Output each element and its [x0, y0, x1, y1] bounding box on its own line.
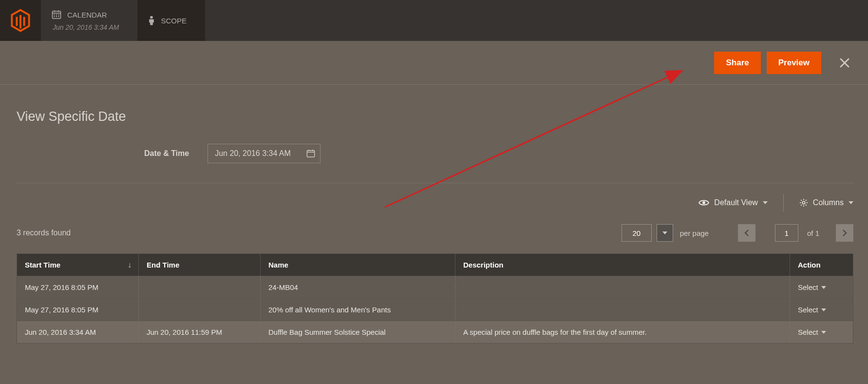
magento-logo-icon: [10, 9, 31, 32]
next-page-button[interactable]: [836, 224, 853, 242]
cell-start: May 27, 2016 8:05 PM: [17, 299, 139, 321]
cell-end: Jun 20, 2016 11:59 PM: [139, 321, 261, 344]
default-view-label: Default View: [714, 198, 758, 207]
table-row[interactable]: May 27, 2016 8:05 PM24-MB04Select: [17, 276, 853, 299]
toolbar-divider: [783, 194, 784, 211]
top-bar: CALENDAR Jun 20, 2016 3:34 AM SCOPE: [0, 0, 868, 41]
cell-start: Jun 20, 2016 3:34 AM: [17, 321, 139, 344]
svg-line-26: [801, 205, 802, 206]
cell-name: Duffle Bag Summer Solstice Special: [261, 321, 455, 344]
svg-line-25: [806, 200, 807, 201]
topbar-spacer: [205, 0, 868, 41]
cell-action: Select: [790, 321, 853, 344]
cell-action: Select: [790, 299, 853, 321]
col-header-end-time[interactable]: End Time: [139, 254, 261, 276]
svg-rect-13: [307, 151, 314, 157]
per-page-label: per page: [680, 229, 709, 237]
per-page-dropdown[interactable]: [657, 224, 673, 242]
svg-rect-4: [54, 15, 55, 16]
svg-rect-8: [56, 16, 57, 17]
cell-desc: A special price on duffle bags for the f…: [455, 321, 790, 344]
select-action[interactable]: Select: [798, 306, 826, 314]
svg-rect-5: [56, 15, 57, 16]
col-header-name[interactable]: Name: [261, 254, 455, 276]
prev-page-button[interactable]: [738, 224, 755, 242]
cell-end: [139, 299, 261, 321]
records-found-text: 3 records found: [17, 229, 71, 237]
date-time-value: Jun 20, 2016 3:34 AM: [215, 149, 291, 158]
sort-desc-icon: ↓: [128, 261, 132, 269]
date-time-input[interactable]: Jun 20, 2016 3:34 AM: [208, 144, 321, 163]
col-header-description[interactable]: Description: [455, 254, 790, 276]
chevron-down-icon: [849, 201, 853, 204]
pager: per page of 1: [622, 224, 853, 242]
grid-toolbar: Default View Columns: [17, 190, 853, 222]
chevron-down-icon: [821, 331, 826, 334]
person-icon: [148, 16, 155, 25]
chevron-right-icon: [842, 230, 847, 236]
page-total-label: of 1: [807, 229, 819, 237]
share-button[interactable]: Share: [714, 52, 760, 74]
default-view-dropdown[interactable]: Default View: [698, 198, 768, 207]
gear-icon: [799, 198, 808, 207]
table-row[interactable]: May 27, 2016 8:05 PM20% off all Women's …: [17, 299, 853, 321]
cell-desc: [455, 276, 790, 299]
svg-rect-6: [58, 15, 59, 16]
cell-name: 24-MB04: [261, 276, 455, 299]
page-input[interactable]: [775, 224, 798, 242]
cell-desc: [455, 299, 790, 321]
chevron-down-icon: [821, 286, 826, 289]
calendar-icon: [306, 149, 315, 158]
svg-line-24: [806, 205, 807, 206]
cell-name: 20% off all Women's and Men's Pants: [261, 299, 455, 321]
svg-point-17: [702, 201, 705, 204]
chevron-down-icon: [821, 308, 826, 311]
tab-calendar-subtext: Jun 20, 2016 3:34 AM: [53, 23, 119, 31]
content: View Specific Date Date & Time Jun 20, 2…: [0, 85, 868, 344]
page-title: View Specific Date: [17, 109, 853, 124]
close-icon: [839, 58, 850, 68]
cell-end: [139, 276, 261, 299]
svg-point-10: [151, 16, 153, 19]
svg-rect-9: [58, 16, 59, 17]
tab-scope[interactable]: SCOPE: [137, 0, 205, 41]
chevron-down-icon: [662, 231, 667, 234]
cell-action: Select: [790, 276, 853, 299]
magento-logo: [0, 0, 41, 41]
chevron-left-icon: [744, 230, 749, 236]
select-action[interactable]: Select: [798, 283, 826, 291]
eye-icon: [698, 199, 709, 206]
per-page-input[interactable]: [622, 224, 652, 242]
select-action[interactable]: Select: [798, 328, 826, 336]
col-header-action[interactable]: Action: [790, 254, 853, 276]
date-time-row: Date & Time Jun 20, 2016 3:34 AM: [17, 144, 853, 183]
data-grid: Start Time ↓ End Time Name Description A…: [17, 253, 853, 344]
columns-label: Columns: [813, 198, 844, 207]
chevron-down-icon: [763, 201, 768, 204]
table-row[interactable]: Jun 20, 2016 3:34 AMJun 20, 2016 11:59 P…: [17, 321, 853, 344]
svg-line-23: [801, 200, 802, 201]
tab-calendar[interactable]: CALENDAR Jun 20, 2016 3:34 AM: [41, 0, 137, 41]
header-bar: Share Preview: [0, 41, 868, 85]
col-header-start-time[interactable]: Start Time ↓: [17, 254, 139, 276]
cell-start: May 27, 2016 8:05 PM: [17, 276, 139, 299]
svg-rect-7: [54, 16, 55, 17]
records-bar: 3 records found per page of 1: [17, 222, 853, 253]
svg-point-18: [802, 201, 805, 204]
tab-calendar-label: CALENDAR: [67, 11, 107, 19]
preview-button[interactable]: Preview: [767, 52, 821, 74]
date-time-label: Date & Time: [144, 149, 189, 158]
close-button[interactable]: [833, 51, 856, 75]
tab-scope-label: SCOPE: [161, 17, 187, 25]
columns-dropdown[interactable]: Columns: [799, 198, 853, 207]
calendar-icon: [52, 10, 61, 19]
